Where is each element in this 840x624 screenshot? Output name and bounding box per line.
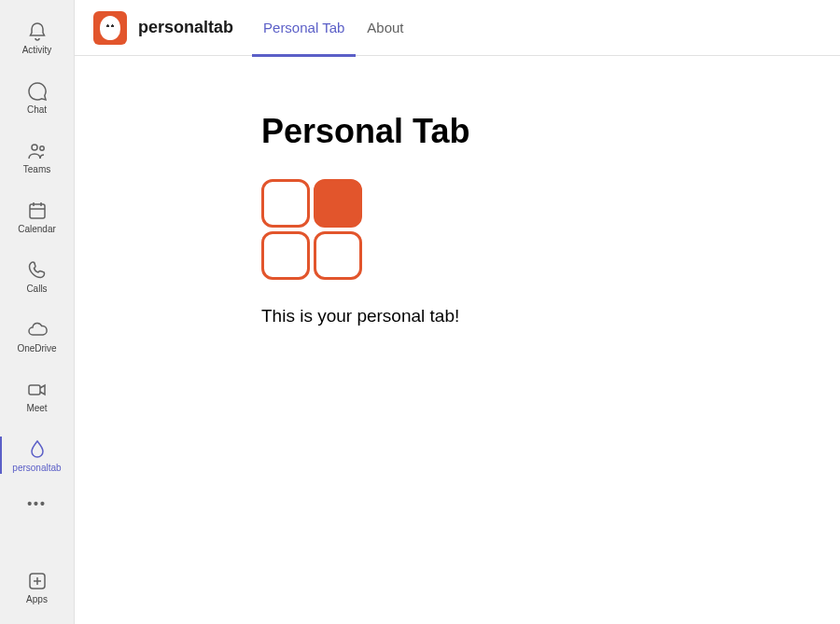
tab-personal-tab[interactable]: Personal Tab xyxy=(252,0,356,56)
logo-graphic xyxy=(261,179,362,284)
phone-icon xyxy=(26,259,49,282)
main-area: personaltab Personal Tab About Personal … xyxy=(75,0,840,624)
rail-personaltab[interactable]: personaltab xyxy=(0,425,75,485)
rail-chat[interactable]: Chat xyxy=(0,67,75,127)
rail-label: personaltab xyxy=(12,463,61,473)
content-heading: Personal Tab xyxy=(261,112,840,151)
svg-rect-2 xyxy=(30,204,45,218)
tab-bar: Personal Tab About xyxy=(252,0,415,56)
drop-icon xyxy=(26,438,49,461)
calendar-icon xyxy=(26,200,49,222)
rail-label: OneDrive xyxy=(17,343,56,354)
rail-label: Teams xyxy=(23,164,50,174)
rail-calls[interactable]: Calls xyxy=(0,246,75,306)
cloud-icon xyxy=(26,319,49,341)
more-icon: ••• xyxy=(27,496,47,511)
bell-icon xyxy=(26,21,49,43)
tab-about[interactable]: About xyxy=(356,0,414,56)
tab-label: About xyxy=(367,20,403,35)
content-description: This is your personal tab! xyxy=(261,306,840,326)
logo-square xyxy=(261,231,310,280)
rail-meet[interactable]: Meet xyxy=(0,366,75,425)
svg-point-1 xyxy=(39,146,43,149)
rail-label: Activity xyxy=(22,45,52,55)
rail-label: Apps xyxy=(26,594,48,604)
top-bar: personaltab Personal Tab About xyxy=(75,0,840,56)
logo-square xyxy=(314,231,362,280)
video-icon xyxy=(26,379,49,401)
rail-teams[interactable]: Teams xyxy=(0,127,75,187)
rail-label: Calls xyxy=(26,284,47,294)
app-title: personaltab xyxy=(138,18,233,37)
rail-calendar[interactable]: Calendar xyxy=(0,187,75,246)
rail-label: Chat xyxy=(27,104,47,115)
rail-activity[interactable]: Activity xyxy=(0,7,75,67)
svg-point-0 xyxy=(32,145,37,150)
app-rail: Activity Chat Teams Calendar Calls OneDr… xyxy=(0,0,75,624)
tab-content: Personal Tab This is your personal tab! xyxy=(75,56,840,326)
logo-square xyxy=(261,179,310,228)
apps-icon xyxy=(26,570,49,592)
teams-icon xyxy=(26,140,49,162)
rail-apps[interactable]: Apps xyxy=(0,557,75,617)
tab-label: Personal Tab xyxy=(263,20,344,35)
rail-more[interactable]: ••• xyxy=(0,485,75,522)
svg-rect-3 xyxy=(29,385,40,395)
logo-square xyxy=(314,179,362,228)
rail-label: Calendar xyxy=(18,224,56,234)
app-icon xyxy=(93,11,127,45)
rail-onedrive[interactable]: OneDrive xyxy=(0,306,75,366)
rail-label: Meet xyxy=(26,403,47,413)
chat-icon xyxy=(26,80,49,103)
